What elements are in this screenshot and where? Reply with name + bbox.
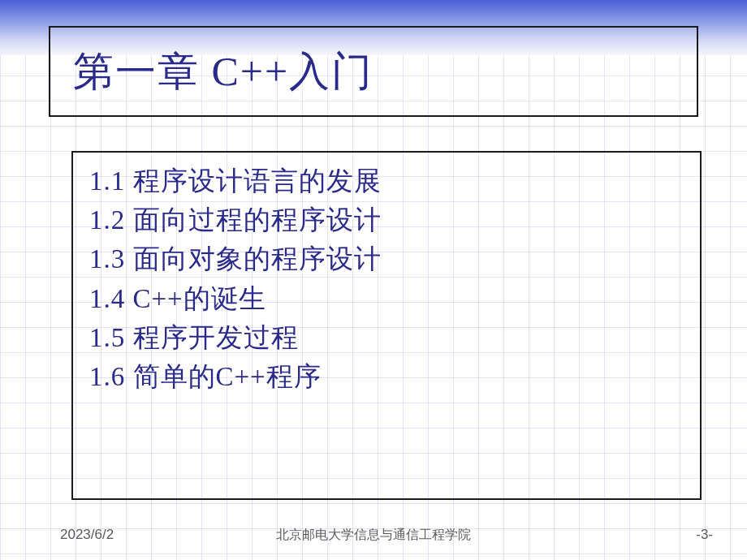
toc-item: 1.3 面向对象的程序设计 xyxy=(89,240,684,278)
toc-item: 1.2 面向过程的程序设计 xyxy=(89,201,684,239)
presentation-slide: 第一章 C++入门 1.1 程序设计语言的发展 1.2 面向过程的程序设计 1.… xyxy=(0,0,747,560)
footer-page-number: -3- xyxy=(696,527,713,543)
toc-item: 1.4 C++的诞生 xyxy=(89,280,684,317)
footer-date: 2023/6/2 xyxy=(60,527,114,543)
footer-organization: 北京邮电大学信息与通信工程学院 xyxy=(276,527,471,544)
slide-footer: 2023/6/2 北京邮电大学信息与通信工程学院 -3- xyxy=(0,523,747,547)
toc-item: 1.6 简单的C++程序 xyxy=(89,358,684,395)
chapter-title: 第一章 C++入门 xyxy=(73,45,374,99)
content-container: 1.1 程序设计语言的发展 1.2 面向过程的程序设计 1.3 面向对象的程序设… xyxy=(71,151,702,500)
title-container: 第一章 C++入门 xyxy=(49,26,698,117)
toc-item: 1.5 程序开发过程 xyxy=(89,319,684,356)
toc-item: 1.1 程序设计语言的发展 xyxy=(89,162,684,200)
